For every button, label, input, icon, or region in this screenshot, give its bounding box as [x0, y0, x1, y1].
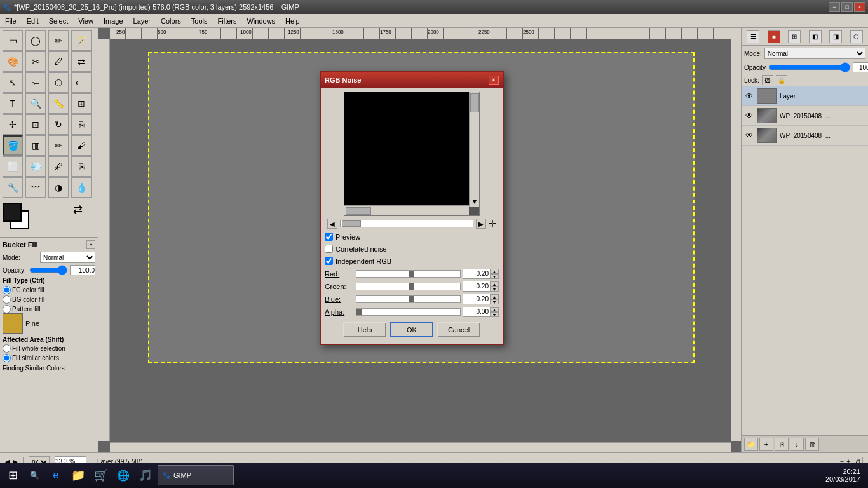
taskbar-search[interactable]: 🔍	[24, 465, 44, 485]
green-label[interactable]: Green:	[325, 283, 353, 290]
menu-colors[interactable]: Colors	[156, 16, 186, 26]
menu-filters[interactable]: Filters	[213, 16, 242, 26]
menu-view[interactable]: View	[73, 16, 98, 26]
blue-value-input[interactable]	[463, 294, 490, 304]
right-tool-4[interactable]: ◧	[809, 30, 822, 43]
layer-visibility-1[interactable]: 👁	[744, 91, 754, 101]
tool-dodge[interactable]: ◑	[48, 177, 69, 198]
alpha-label[interactable]: Alpha:	[325, 308, 353, 316]
right-tool-5[interactable]: ◨	[829, 30, 842, 43]
alpha-spinner-down[interactable]: ▼	[490, 312, 499, 317]
red-label[interactable]: Red:	[325, 270, 353, 278]
taskbar-clock[interactable]: 20:21 20/03/2017	[825, 468, 865, 483]
bg-fill-radio[interactable]	[3, 295, 11, 304]
layer-item-3[interactable]: 👁 WP_20150408_...	[742, 126, 868, 146]
tool-heal[interactable]: 🔧	[3, 177, 23, 198]
close-button[interactable]: ×	[854, 2, 865, 12]
tool-clone2[interactable]: ⎘	[71, 156, 92, 177]
pattern-preview[interactable]	[3, 313, 23, 334]
lock-pixels-btn[interactable]: 🖼	[762, 75, 773, 85]
mode-select[interactable]: Normal	[40, 252, 95, 263]
right-tool-2[interactable]: ■	[768, 30, 780, 43]
layer-item-1[interactable]: 👁 Layer	[742, 86, 868, 106]
cancel-button[interactable]: Cancel	[437, 322, 480, 337]
tool-pencil[interactable]: ✏	[48, 135, 69, 156]
layer-visibility-3[interactable]: 👁	[744, 130, 754, 140]
menu-select[interactable]: Select	[44, 16, 74, 26]
tool-smudge[interactable]: 〰	[25, 177, 46, 198]
tool-move[interactable]: ✢	[3, 114, 23, 135]
tool-shear[interactable]: ⟜	[25, 72, 46, 93]
correlated-noise-label[interactable]: Correlated noise	[336, 245, 387, 253]
tool-eyedrop[interactable]: 💧	[71, 177, 92, 198]
duplicate-layer-btn[interactable]: ⎘	[775, 438, 789, 451]
tool-ink[interactable]: 🖋	[48, 156, 69, 177]
layer-item-2[interactable]: 👁 WP_20150408_...	[742, 106, 868, 126]
dialog-titlebar[interactable]: RGB Noise ×	[321, 72, 503, 88]
merge-down-btn[interactable]: ↓	[790, 438, 804, 451]
taskbar-music[interactable]: 🎵	[135, 465, 156, 485]
layers-opacity-slider[interactable]	[768, 63, 850, 72]
nav-right-btn[interactable]: ▶	[476, 219, 486, 229]
layers-opacity-input[interactable]	[853, 62, 868, 72]
canvas-inner[interactable]: RGB Noise ×	[110, 39, 729, 441]
tool-ellipse-select[interactable]: ◯	[25, 30, 46, 51]
pattern-fill-radio[interactable]	[3, 305, 11, 313]
help-button[interactable]: Help	[343, 322, 386, 337]
tool-measure[interactable]: 📏	[48, 93, 69, 114]
red-value-input[interactable]	[463, 269, 490, 279]
maximize-button[interactable]: □	[841, 2, 853, 12]
menu-tools[interactable]: Tools	[186, 16, 213, 26]
tool-scale[interactable]: ⤡	[3, 72, 23, 93]
preview-vscrollbar-thumb[interactable]	[470, 93, 479, 112]
canvas-vscrollbar[interactable]	[731, 39, 741, 441]
fill-whole-radio[interactable]	[3, 344, 11, 353]
correlated-noise-checkbox[interactable]	[325, 245, 333, 253]
tool-crop[interactable]: ⊡	[25, 114, 46, 135]
tool-rect-select[interactable]: ▭	[3, 30, 23, 51]
tool-rotate[interactable]: ↻	[48, 114, 69, 135]
opacity-slider[interactable]	[29, 266, 67, 274]
taskbar-store[interactable]: 🛒	[90, 465, 112, 485]
new-layer-btn[interactable]: +	[759, 438, 773, 451]
tool-fuzzy-select[interactable]: 🪄	[71, 30, 92, 51]
layers-mode-select[interactable]: Normal	[764, 48, 865, 59]
dialog-close-button[interactable]: ×	[489, 76, 499, 85]
right-tool-1[interactable]: ☰	[747, 30, 759, 43]
red-spinner-down[interactable]: ▼	[490, 274, 499, 279]
taskbar-explorer[interactable]: 📁	[67, 465, 89, 485]
tool-options-close[interactable]: ×	[86, 240, 95, 249]
nav-scrollbar[interactable]	[340, 220, 473, 227]
titlebar-controls[interactable]: − □ ×	[829, 2, 865, 12]
preview-checkbox[interactable]	[325, 233, 333, 241]
alpha-value-input[interactable]	[463, 307, 490, 317]
menu-image[interactable]: Image	[98, 16, 128, 26]
alpha-spinner-up[interactable]: ▲	[490, 307, 499, 312]
menu-help[interactable]: Help	[280, 16, 305, 26]
taskbar-chrome[interactable]: 🌐	[113, 465, 133, 485]
canvas-hscrollbar[interactable]	[110, 442, 731, 452]
preview-vscrollbar[interactable]: ▼	[469, 92, 479, 207]
right-tool-3[interactable]: ⊞	[788, 30, 801, 43]
menu-layer[interactable]: Layer	[128, 16, 156, 26]
menu-file[interactable]: File	[0, 16, 22, 26]
tool-erase[interactable]: ⬜	[3, 156, 23, 177]
green-slider-thumb[interactable]	[409, 283, 414, 290]
tool-flip[interactable]: ⟵	[71, 72, 92, 93]
red-slider-track[interactable]	[356, 270, 461, 278]
fg-color-swatch[interactable]	[3, 203, 22, 222]
ok-button[interactable]: OK	[390, 322, 433, 337]
blue-spinner-up[interactable]: ▲	[490, 294, 499, 299]
menu-windows[interactable]: Windows	[241, 16, 280, 26]
tool-color-select[interactable]: 🎨	[3, 51, 23, 72]
tool-blend[interactable]: ▥	[25, 135, 46, 156]
nav-crosshair-btn[interactable]: ✛	[489, 219, 496, 229]
nav-left-btn[interactable]: ◀	[327, 219, 337, 229]
red-slider-thumb[interactable]	[409, 271, 414, 277]
green-slider-track[interactable]	[356, 283, 461, 290]
fill-similar-radio[interactable]	[3, 354, 11, 362]
new-layer-group-btn[interactable]: 📁	[744, 438, 758, 451]
green-spinner-down[interactable]: ▼	[490, 287, 499, 292]
minimize-button[interactable]: −	[829, 2, 840, 12]
independent-rgb-label[interactable]: Independent RGB	[336, 257, 391, 265]
